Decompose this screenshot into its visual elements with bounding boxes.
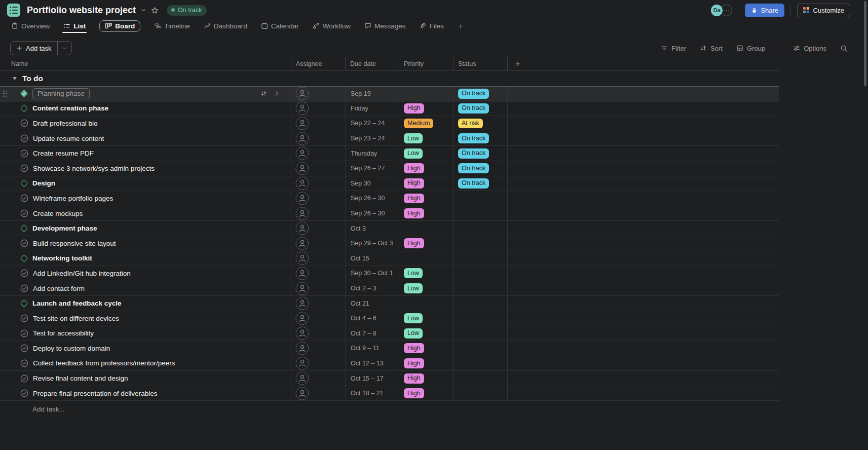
priority-badge[interactable]: High <box>404 163 424 173</box>
due-date-cell[interactable]: Sep 30 – Oct 1 <box>346 266 399 281</box>
complete-task-icon[interactable] <box>20 209 28 217</box>
priority-cell[interactable]: High <box>399 371 454 386</box>
assignee-cell[interactable] <box>291 101 346 116</box>
status-cell[interactable] <box>454 191 508 206</box>
task-name[interactable]: Collect feedback from professors/mentor/… <box>33 359 175 367</box>
milestone-icon[interactable] <box>20 299 28 308</box>
priority-cell[interactable]: Low <box>399 131 454 146</box>
due-date-cell[interactable]: Oct 2 – 3 <box>346 281 399 296</box>
priority-cell[interactable]: High <box>399 191 454 206</box>
due-date-cell[interactable]: Sep 26 – 30 <box>346 191 399 206</box>
due-date-cell[interactable]: Oct 18 – 21 <box>346 386 399 401</box>
task-name-cell[interactable]: Update resume content <box>0 131 291 146</box>
task-row[interactable]: Add contact formOct 2 – 3Low <box>0 281 779 296</box>
status-badge[interactable]: On track <box>458 133 489 143</box>
priority-cell[interactable]: Low <box>399 326 454 341</box>
status-badge[interactable]: At risk <box>458 119 483 129</box>
status-badge[interactable]: On track <box>458 148 489 159</box>
status-cell[interactable]: On track <box>454 101 508 116</box>
reorder-icon[interactable] <box>260 90 267 97</box>
task-row[interactable]: Update resume contentSep 23 – 24LowOn tr… <box>0 131 779 146</box>
assignee-placeholder-icon[interactable] <box>295 296 309 310</box>
assignee-cell[interactable] <box>291 356 346 371</box>
tab-files[interactable]: Files <box>419 19 444 33</box>
due-date-cell[interactable]: Sep 26 – 27 <box>346 161 399 176</box>
project-menu-chevron-down-icon[interactable] <box>140 7 146 13</box>
priority-badge[interactable]: Low <box>404 283 423 293</box>
task-name-cell[interactable]: Draft professional bio <box>0 116 291 131</box>
priority-cell[interactable] <box>399 296 454 311</box>
due-date-cell[interactable]: Oct 15 <box>346 251 399 266</box>
priority-cell[interactable]: Low <box>399 281 454 296</box>
complete-task-icon[interactable] <box>20 134 28 142</box>
status-cell[interactable] <box>454 221 508 236</box>
task-name-cell[interactable]: Add contact form <box>0 281 291 296</box>
assignee-cell[interactable] <box>291 326 346 341</box>
complete-task-icon[interactable] <box>20 359 28 367</box>
priority-badge[interactable]: Low <box>404 133 423 143</box>
task-name-cell[interactable]: Create resume PDF <box>0 146 291 161</box>
milestone-icon[interactable] <box>20 224 28 233</box>
search-button[interactable] <box>840 45 848 52</box>
status-cell[interactable]: On track <box>454 131 508 146</box>
complete-task-icon[interactable] <box>20 194 28 202</box>
complete-task-icon[interactable] <box>20 164 28 172</box>
priority-cell[interactable] <box>399 221 454 236</box>
task-name-cell[interactable]: Design <box>0 176 291 191</box>
task-name[interactable]: Revise final content and design <box>33 374 128 382</box>
complete-task-icon[interactable] <box>20 314 28 322</box>
priority-cell[interactable]: Low <box>399 266 454 281</box>
priority-cell[interactable]: Low <box>399 311 454 326</box>
task-name-cell[interactable]: Prepare final presentation of deliverabl… <box>0 386 291 401</box>
due-date-cell[interactable]: Sep 19 <box>346 87 399 101</box>
status-cell[interactable]: At risk <box>454 116 508 131</box>
task-name[interactable]: Draft professional bio <box>33 120 98 127</box>
tab-board[interactable]: Board <box>99 20 140 32</box>
due-date-cell[interactable]: Sep 26 – 30 <box>346 206 399 221</box>
favorite-star-icon[interactable] <box>151 7 159 14</box>
due-date-cell[interactable]: Oct 7 – 8 <box>346 326 399 341</box>
status-cell[interactable] <box>454 206 508 221</box>
task-name-cell[interactable]: Development phase <box>0 221 291 236</box>
assignee-cell[interactable] <box>291 236 346 251</box>
assignee-placeholder-icon[interactable] <box>295 176 309 190</box>
task-row[interactable]: Deploy to custom domainOct 9 – 11High <box>0 341 779 356</box>
due-date-cell[interactable]: Sep 30 <box>346 176 399 191</box>
add-view-button[interactable] <box>458 19 464 33</box>
tab-messages[interactable]: Messages <box>364 19 406 33</box>
share-button[interactable]: Share <box>745 4 784 17</box>
assignee-placeholder-icon[interactable] <box>295 117 309 130</box>
task-row[interactable]: Create resume PDFThursdayLowOn track <box>0 146 779 161</box>
task-name-cell[interactable]: Revise final content and design <box>0 371 291 386</box>
task-row[interactable]: Launch and feedback cycleOct 21 <box>0 296 779 311</box>
due-date-cell[interactable]: Thursday <box>346 146 399 161</box>
assignee-placeholder-icon[interactable] <box>295 312 309 325</box>
assignee-cell[interactable] <box>291 116 346 131</box>
task-row[interactable]: DesignSep 30HighOn track <box>0 176 779 192</box>
due-date-cell[interactable]: Sep 22 – 24 <box>346 116 399 131</box>
status-badge[interactable]: On track <box>458 89 489 99</box>
sort-button[interactable]: Sort <box>700 45 723 52</box>
status-cell[interactable]: On track <box>454 161 508 176</box>
priority-badge[interactable]: High <box>404 103 424 114</box>
task-row[interactable]: Wirteframe portfolio pagesSep 26 – 30Hig… <box>0 191 779 206</box>
add-task-split-button[interactable]: Add task <box>10 41 72 55</box>
milestone-icon[interactable] <box>20 104 28 113</box>
task-row[interactable]: Revise final content and designOct 15 – … <box>0 371 779 386</box>
assignee-cell[interactable] <box>291 266 346 281</box>
task-row[interactable]: Draft professional bioSep 22 – 24MediumA… <box>0 116 779 131</box>
assignee-placeholder-icon[interactable] <box>295 342 309 355</box>
add-task-row[interactable]: Add task... <box>0 401 779 413</box>
task-name-cell[interactable]: Launch and feedback cycle <box>0 296 291 311</box>
priority-cell[interactable]: High <box>399 236 454 251</box>
add-task-dropdown-button[interactable] <box>58 42 71 55</box>
assignee-placeholder-icon[interactable] <box>295 87 309 100</box>
column-header-name[interactable]: Name <box>0 57 291 70</box>
task-name-cell[interactable]: Test for accessibility <box>0 326 291 341</box>
priority-cell[interactable]: High <box>399 161 454 176</box>
priority-cell[interactable]: High <box>399 386 454 401</box>
task-name[interactable]: Add contact form <box>33 285 85 292</box>
tab-list[interactable]: List <box>63 19 86 33</box>
assignee-cell[interactable] <box>291 311 346 326</box>
assignee-placeholder-icon[interactable] <box>295 192 309 205</box>
